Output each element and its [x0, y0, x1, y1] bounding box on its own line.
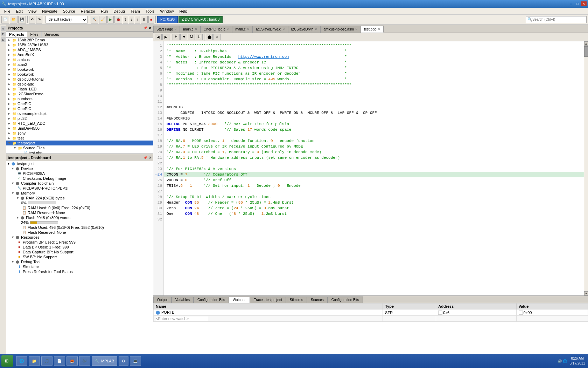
file-tab-main-c[interactable]: main.c✕	[180, 26, 200, 33]
dash-item-0[interactable]: ▼⬤Device	[6, 166, 153, 171]
dash-item-19[interactable]: ▼⬤Debug Tool	[6, 259, 153, 264]
menu-item-refactor[interactable]: Refactor	[78, 8, 98, 14]
etb-forward[interactable]: ▶	[162, 34, 169, 40]
project-item-i2cslavedemo[interactable]: ▶📁I2CSlaveDemo	[6, 91, 153, 96]
etb-clear-breakpoint[interactable]: ○	[214, 34, 220, 40]
dashboard-close-icon[interactable]: ✕	[149, 156, 152, 159]
bottom-tab-trace---testproject[interactable]: Trace - testproject	[250, 297, 286, 303]
config-dropdown[interactable]: default (active)	[46, 16, 88, 23]
code-content[interactable]: '***************************************…	[164, 41, 584, 295]
project-item-pic32[interactable]: ▶📁pic32	[6, 116, 153, 121]
search-input[interactable]	[532, 18, 585, 21]
etb-unmark[interactable]: U	[196, 34, 203, 40]
tab-projects[interactable]: Projects	[6, 32, 27, 37]
menu-item-source[interactable]: Source	[60, 8, 78, 14]
project-item-adc_1msps[interactable]: ▶📁ADC_1MSPS	[6, 47, 153, 52]
project-item-flash_led[interactable]: ▶📁Flash_LED	[6, 87, 153, 91]
bottom-tab-configuration-bits[interactable]: Configuration Bits	[194, 297, 229, 303]
minimize-button[interactable]: ─	[568, 1, 574, 6]
project-item-dspic-adc[interactable]: ▶📁dspic-adc	[6, 82, 153, 87]
dash-item-4[interactable]: 🔧PICBASIC-PRO [C:\PBP3]	[6, 186, 153, 191]
dash-item-7[interactable]: 0%	[6, 200, 153, 205]
test-pbp-file[interactable]: 📄test.pbp	[6, 150, 153, 154]
dash-item-10[interactable]: ▼⬤Flash 2048 (0x800) words	[6, 215, 153, 220]
nav-icon-3[interactable]: S	[1, 37, 6, 42]
dash-item-18[interactable]: ■SW BP: No Support	[6, 254, 153, 259]
start-button[interactable]: ⊞	[1, 355, 13, 367]
menu-item-help[interactable]: Help	[177, 8, 190, 14]
undo-button[interactable]: ↶	[29, 16, 35, 23]
etb-toggle-breakpoint[interactable]: ⬤	[206, 34, 213, 40]
dash-item-17[interactable]: ■Data Capture BP: No Support	[6, 250, 153, 254]
tab-close-icon[interactable]: ✕	[174, 28, 177, 31]
project-item-dspic33-tutorial[interactable]: ▶📁dspic33-tutorial	[6, 77, 153, 82]
new-button[interactable]: 📄	[1, 16, 9, 23]
menu-item-edit[interactable]: Edit	[13, 8, 26, 14]
dash-item-9[interactable]: 📋RAM Reserved: None	[6, 210, 153, 215]
etb-back[interactable]: ◀	[155, 34, 162, 40]
run-button[interactable]: ▶	[107, 16, 114, 23]
bottom-tab-variables[interactable]: Variables	[172, 297, 194, 303]
dash-item-20[interactable]: ℹSimulator	[6, 264, 153, 269]
project-item-oversample-dspic[interactable]: ▶📁oversample dspic	[6, 111, 153, 116]
dash-item-14[interactable]: ▼⬤Resources	[6, 235, 153, 240]
close-button[interactable]: ✕	[581, 1, 587, 6]
tab-services[interactable]: Services	[42, 32, 62, 37]
project-item-onepic[interactable]: ▶📁OnePIC	[6, 106, 153, 111]
tab-files[interactable]: Files	[27, 32, 41, 37]
projects-close-icon[interactable]: ✕	[149, 26, 152, 30]
dash-item-1[interactable]: 💻PIC16F628A	[6, 171, 153, 176]
step-into-button[interactable]: ↓	[129, 16, 134, 23]
redo-button[interactable]: ↷	[36, 16, 42, 23]
dash-item-11[interactable]: 24%	[6, 220, 153, 225]
bottom-tab-stimulus[interactable]: Stimulus	[286, 297, 307, 303]
build-button[interactable]: 🔨	[91, 16, 98, 23]
file-tab-I2CSlaveDrive-c[interactable]: I2CSlaveDrive.c✕	[253, 26, 288, 33]
project-item-simdev4550[interactable]: ▶📁SimDev4550	[6, 126, 153, 131]
taskbar-ie[interactable]: 🌐	[16, 356, 27, 366]
scroll-up[interactable]: ▲	[584, 41, 588, 46]
file-tab-amicus-no-osc-asm[interactable]: amicus-no-osc.asm✕	[320, 26, 361, 33]
etb-history[interactable]: H	[173, 34, 180, 40]
project-item-testproject[interactable]: ▼📁testproject	[6, 141, 153, 145]
source-files-folder[interactable]: ▼📁Source Files	[6, 145, 153, 150]
dash-item-21[interactable]: ℹPress Refresh for Tool Status	[6, 269, 153, 274]
taskbar-explorer[interactable]: 📁	[29, 356, 40, 366]
menu-item-window[interactable]: Window	[157, 8, 176, 14]
menu-item-team[interactable]: Team	[128, 8, 143, 14]
debug-button[interactable]: 🐞	[114, 16, 122, 23]
file-tab-Start Page[interactable]: Start Page✕	[153, 26, 180, 33]
new-watch-input[interactable]	[156, 316, 208, 321]
etb-mark-all[interactable]: M	[188, 34, 195, 40]
step-over-button[interactable]: ⤵	[123, 16, 128, 23]
dash-item-12[interactable]: 📋Flash Used: 496 (0x1F0) Free: 1552 (0x6…	[6, 225, 153, 230]
nav-icon-1[interactable]: N	[1, 26, 6, 31]
project-item-atan2[interactable]: ▶📁atan2	[6, 62, 153, 67]
taskbar-pdf[interactable]: 📄	[54, 356, 65, 366]
tab-close-icon[interactable]: ✕	[282, 28, 285, 31]
bottom-tab-watches[interactable]: Watches	[229, 297, 250, 303]
maximize-button[interactable]: □	[575, 1, 580, 6]
menu-item-file[interactable]: File	[1, 8, 13, 14]
pause-button[interactable]: ⏸	[141, 16, 148, 23]
tab-close-icon[interactable]: ✕	[247, 28, 250, 31]
project-item-16bit-28p-demo[interactable]: ▶📁16bit 28P Demo	[6, 38, 153, 42]
taskbar-item1[interactable]: ⚙	[119, 356, 128, 366]
tab-close-icon[interactable]: ✕	[378, 28, 380, 31]
scroll-thumb[interactable]	[584, 46, 588, 57]
project-item-numbers[interactable]: ▶📁numbers	[6, 96, 153, 101]
etb-bookmark[interactable]: ⚑	[180, 34, 187, 40]
clean-button[interactable]: 🧹	[99, 16, 107, 23]
step-out-button[interactable]: ↑	[135, 16, 140, 23]
project-item-amicus[interactable]: ▶📁amicus	[6, 57, 153, 62]
taskbar-item2[interactable]: 💻	[130, 356, 141, 366]
dash-item-8[interactable]: 📋RAM Used: 0 (0x0) Free: 224 (0xE0)	[6, 205, 153, 210]
menu-item-view[interactable]: View	[26, 8, 40, 14]
project-item-rtc_led_adc[interactable]: ▶📁RTC_LED_ADC	[6, 121, 153, 126]
dash-item-16[interactable]: ■Data BP Used: 1 Free: 999	[6, 245, 153, 250]
menu-item-debug[interactable]: Debug	[111, 8, 127, 14]
bottom-tab-configuration-bits[interactable]: Configuration Bits	[328, 297, 363, 303]
project-item-test[interactable]: ▶📁test	[6, 136, 153, 141]
file-tab-test-pbp[interactable]: test.pbp✕	[361, 26, 384, 33]
dash-root[interactable]: ▼⬤testproject	[6, 161, 153, 166]
